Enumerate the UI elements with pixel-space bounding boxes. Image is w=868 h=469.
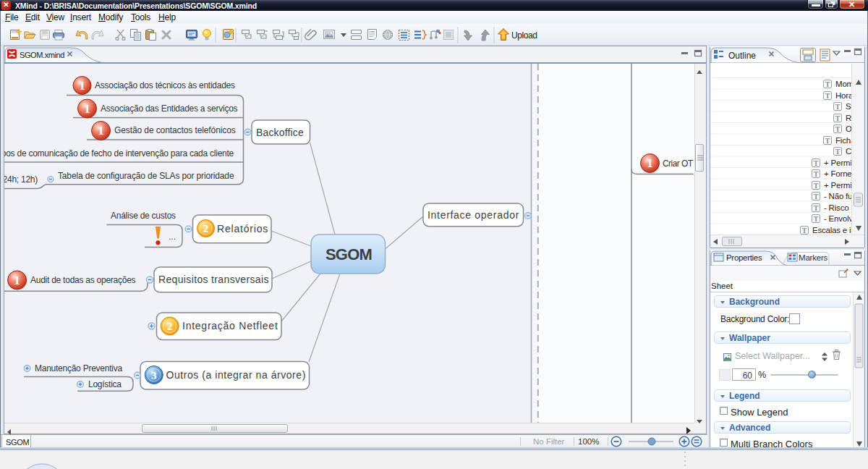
svg-text:3: 3 bbox=[151, 370, 157, 381]
svg-text:Requisitos transversais: Requisitos transversais bbox=[158, 274, 269, 285]
svg-text:Criar OT: Criar OT bbox=[663, 159, 694, 169]
svg-text:Integração Netfleet: Integração Netfleet bbox=[182, 320, 278, 331]
svg-text:Logística: Logística bbox=[88, 379, 122, 389]
svg-text:...: ... bbox=[169, 232, 176, 242]
svg-text:(4h; 8h; 24h; 12h): (4h; 8h; 24h; 12h) bbox=[4, 174, 38, 185]
svg-text:SGOM: SGOM bbox=[326, 245, 372, 263]
svg-text:2: 2 bbox=[167, 321, 173, 332]
svg-text:Associação dos técnicos às ent: Associação dos técnicos às entidades bbox=[95, 80, 235, 90]
svg-text:Análise de custos: Análise de custos bbox=[111, 211, 176, 221]
svg-text:Tipos de comunicação de fecho: Tipos de comunicação de fecho de interve… bbox=[4, 148, 234, 159]
svg-text:Relatórios: Relatórios bbox=[217, 223, 268, 234]
svg-text:Gestão de contactos telefónico: Gestão de contactos telefónicos bbox=[114, 125, 236, 135]
svg-text:1: 1 bbox=[80, 80, 85, 92]
svg-text:Associação das Entidades a ser: Associação das Entidades a serviços bbox=[101, 103, 238, 114]
svg-text:Manutenção Preventiva: Manutenção Preventiva bbox=[35, 363, 122, 373]
svg-text:2: 2 bbox=[203, 223, 209, 234]
svg-text:1: 1 bbox=[85, 103, 90, 115]
svg-text:Audit de todas as operações: Audit de todas as operações bbox=[30, 275, 136, 285]
svg-text:1: 1 bbox=[98, 124, 104, 137]
svg-text:Backoffice: Backoffice bbox=[256, 127, 304, 138]
svg-text:Outros (a integrar na árvore): Outros (a integrar na árvore) bbox=[166, 369, 306, 381]
svg-text:Tabela de configuração de SLAs: Tabela de configuração de SLAs por prior… bbox=[58, 171, 234, 181]
svg-text:1: 1 bbox=[647, 157, 653, 169]
svg-text:1: 1 bbox=[14, 274, 20, 287]
svg-text:Interface operador: Interface operador bbox=[427, 209, 519, 221]
